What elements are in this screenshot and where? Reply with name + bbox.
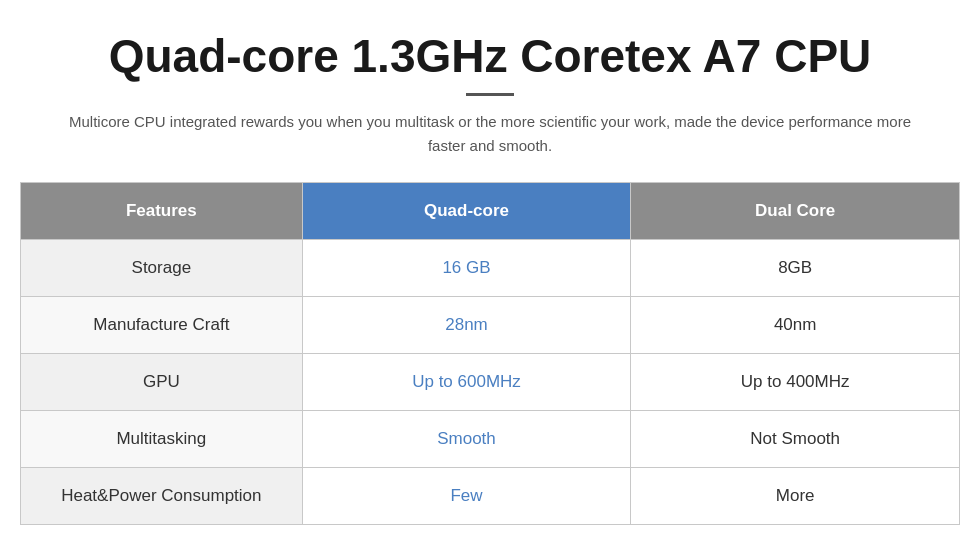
cell-quadcore-value: Smooth bbox=[302, 410, 631, 467]
cell-feature: Heat&Power Consumption bbox=[21, 467, 303, 524]
cell-feature: Manufacture Craft bbox=[21, 296, 303, 353]
cell-dualcore-value: More bbox=[631, 467, 960, 524]
title-divider bbox=[466, 93, 514, 96]
table-header-row: Features Quad-core Dual Core bbox=[21, 182, 960, 239]
cell-feature: Storage bbox=[21, 239, 303, 296]
page-title: Quad-core 1.3GHz Coretex A7 CPU bbox=[109, 30, 872, 83]
cell-dualcore-value: 40nm bbox=[631, 296, 960, 353]
cell-dualcore-value: Up to 400MHz bbox=[631, 353, 960, 410]
table-row: Heat&Power ConsumptionFewMore bbox=[21, 467, 960, 524]
comparison-table: Features Quad-core Dual Core Storage16 G… bbox=[20, 182, 960, 525]
cell-quadcore-value: 16 GB bbox=[302, 239, 631, 296]
header-features: Features bbox=[21, 182, 303, 239]
table-row: GPUUp to 600MHzUp to 400MHz bbox=[21, 353, 960, 410]
cell-feature: GPU bbox=[21, 353, 303, 410]
header-quadcore: Quad-core bbox=[302, 182, 631, 239]
cell-quadcore-value: Few bbox=[302, 467, 631, 524]
cell-dualcore-value: Not Smooth bbox=[631, 410, 960, 467]
table-row: Manufacture Craft28nm40nm bbox=[21, 296, 960, 353]
cell-quadcore-value: 28nm bbox=[302, 296, 631, 353]
subtitle: Multicore CPU integrated rewards you whe… bbox=[55, 110, 925, 158]
table-row: Storage16 GB8GB bbox=[21, 239, 960, 296]
table-row: MultitaskingSmoothNot Smooth bbox=[21, 410, 960, 467]
cell-feature: Multitasking bbox=[21, 410, 303, 467]
cell-quadcore-value: Up to 600MHz bbox=[302, 353, 631, 410]
cell-dualcore-value: 8GB bbox=[631, 239, 960, 296]
header-dualcore: Dual Core bbox=[631, 182, 960, 239]
